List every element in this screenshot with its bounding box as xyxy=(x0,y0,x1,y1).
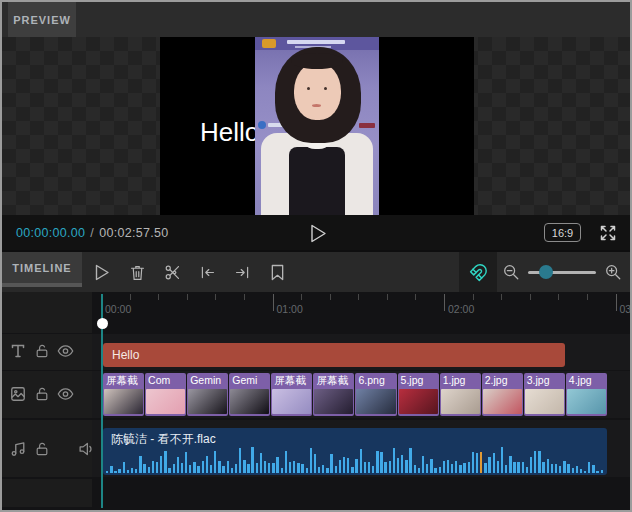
image-clip-label: 屏幕截 xyxy=(313,373,354,388)
fullscreen-button[interactable] xyxy=(596,221,620,245)
waveform-bar xyxy=(405,460,407,473)
waveform-bar xyxy=(463,463,465,473)
portrait-photo xyxy=(255,37,379,215)
text-clip[interactable]: Hello xyxy=(103,343,565,367)
image-clip-thumbnail xyxy=(272,389,311,414)
waveform-bar xyxy=(380,452,382,473)
waveform-bar xyxy=(534,451,536,473)
waveform-bar xyxy=(168,468,170,473)
image-clip[interactable]: 屏幕截 xyxy=(313,373,354,416)
timeline-ruler[interactable]: 00:0001:0002:0003:00 xyxy=(92,292,630,333)
playback-controls-bar: 00:00:00.00 / 00:02:57.50 16:9 xyxy=(2,215,630,250)
jump-to-start-button[interactable] xyxy=(195,260,219,284)
image-clip[interactable]: 屏幕截 xyxy=(271,373,312,416)
image-clip[interactable]: 屏幕截 xyxy=(103,373,144,416)
ruler-minor-tick xyxy=(415,294,416,300)
ruler-tick-label: 01:00 xyxy=(277,303,303,315)
image-clip[interactable]: Gemin xyxy=(187,373,228,416)
waveform-bar xyxy=(434,468,436,473)
add-marker-button[interactable] xyxy=(265,260,289,284)
waveform-bar xyxy=(493,453,495,473)
text-clip-label: Hello xyxy=(112,348,139,362)
audio-clip[interactable]: 陈毓洁 - 看不开.flac xyxy=(103,428,607,475)
timeline-tools xyxy=(90,252,289,292)
lock-track-button[interactable] xyxy=(34,386,50,402)
aspect-ratio-button[interactable]: 16:9 xyxy=(544,223,581,242)
waveform-bar xyxy=(580,469,582,473)
ruler-minor-tick xyxy=(530,294,531,300)
waveform-bar xyxy=(526,467,528,473)
audio-track-header xyxy=(2,420,92,477)
zoom-out-button[interactable] xyxy=(498,252,524,292)
ruler-minor-tick xyxy=(587,294,588,300)
waveform-bar xyxy=(156,462,158,473)
image-track-icon xyxy=(10,386,26,402)
waveform-bar xyxy=(501,447,503,473)
current-time: 00:00:00.00 xyxy=(16,226,85,240)
image-clip[interactable]: 2.jpg xyxy=(482,373,523,416)
waveform-bar xyxy=(480,452,482,473)
playhead-handle[interactable] xyxy=(97,318,108,329)
waveform-bar xyxy=(210,465,212,473)
waveform-bar xyxy=(293,461,295,473)
image-clip-label: Gemin xyxy=(187,373,228,388)
toggle-visibility-button[interactable] xyxy=(57,343,74,359)
waveform-bar xyxy=(347,458,349,473)
play-button[interactable] xyxy=(307,222,329,244)
music-note-icon xyxy=(10,441,26,457)
toggle-visibility-button[interactable] xyxy=(57,386,74,402)
waveform-bar xyxy=(530,457,532,473)
timeline-play-button[interactable] xyxy=(90,260,114,284)
image-track-header xyxy=(2,371,92,418)
waveform-bar xyxy=(455,461,457,474)
skip-to-start-icon xyxy=(199,264,216,281)
tab-timeline[interactable]: TIMELINE xyxy=(2,252,82,287)
waveform-bar xyxy=(414,465,416,473)
waveform-bar xyxy=(214,451,216,473)
waveform-bar xyxy=(538,451,540,473)
image-clip-thumbnail xyxy=(356,389,395,414)
expand-icon xyxy=(599,224,617,242)
image-clip[interactable]: 5.jpg xyxy=(398,373,439,416)
ruler-minor-tick xyxy=(158,294,159,300)
eye-icon xyxy=(57,343,74,359)
waveform-bar xyxy=(364,462,366,473)
image-clip-thumbnail xyxy=(104,389,143,414)
waveform-bar xyxy=(239,448,241,473)
delete-clip-button[interactable] xyxy=(125,260,149,284)
waveform-bar xyxy=(326,468,328,473)
image-clip[interactable]: 6.png xyxy=(355,373,396,416)
waveform-bar xyxy=(123,462,125,473)
split-clip-button[interactable] xyxy=(160,260,184,284)
image-clip[interactable]: 3.jpg xyxy=(524,373,565,416)
video-overlay-text[interactable]: Hello xyxy=(200,117,259,148)
waveform-bar xyxy=(235,464,237,473)
waveform-bar xyxy=(588,462,590,473)
waveform-bar xyxy=(351,467,353,473)
image-clip[interactable]: Com xyxy=(145,373,186,416)
waveform-bar xyxy=(596,471,598,474)
snap-toggle-button[interactable] xyxy=(459,252,497,292)
lock-track-button[interactable] xyxy=(34,343,50,359)
waveform-bar xyxy=(472,452,474,473)
tab-preview[interactable]: PREVIEW xyxy=(8,2,76,37)
image-clip-thumbnail xyxy=(188,389,227,414)
jump-to-end-button[interactable] xyxy=(230,260,254,284)
lock-track-button[interactable] xyxy=(34,441,50,457)
text-track-header xyxy=(2,334,92,370)
zoom-in-button[interactable] xyxy=(600,252,626,292)
image-clip[interactable]: 1.jpg xyxy=(440,373,481,416)
waveform-bar xyxy=(276,457,278,473)
zoom-out-icon xyxy=(502,263,520,281)
image-clip[interactable]: Gemi xyxy=(229,373,270,416)
waveform-bar xyxy=(468,462,470,473)
waveform-bar xyxy=(164,451,166,473)
zoom-slider-handle[interactable] xyxy=(539,265,553,279)
ruler-minor-tick xyxy=(187,294,188,300)
photo-sponsor-text xyxy=(359,123,375,128)
image-clip-label: 屏幕截 xyxy=(271,373,312,388)
ruler-tick-label: 02:00 xyxy=(448,303,474,315)
image-clip[interactable]: 4.jpg xyxy=(566,373,607,416)
zoom-in-icon xyxy=(604,263,622,281)
image-clip-label: Com xyxy=(145,373,186,388)
